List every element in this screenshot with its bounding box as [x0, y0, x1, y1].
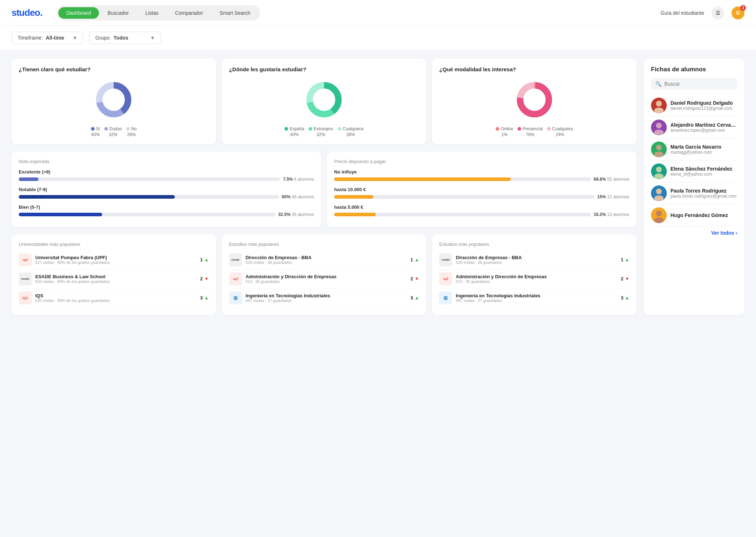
chart3-donut	[439, 78, 629, 121]
hamburger-icon: ☰	[716, 10, 720, 16]
fichas-search-input[interactable]	[664, 81, 733, 87]
menu-button[interactable]: ☰	[711, 6, 724, 19]
student-email-4: paula.torres.rodriguez@gmail.com	[670, 194, 737, 199]
estudio2-name-0: Dirección de Empresas - BBA	[456, 255, 617, 260]
estudio2-info-0: Dirección de Empresas - BBA 528 visitas …	[456, 255, 617, 265]
estudio2-sub-2: 497 visitas · 27 guardados	[456, 298, 617, 303]
grupo-label: Grupo:	[95, 35, 111, 41]
estudio2-logo-1: upf	[439, 272, 452, 285]
timeframe-value: All-time	[46, 35, 64, 41]
student-name-0: Daniel Rodríguez Delgado	[670, 100, 737, 106]
charts-row: ¿Tienen claro qué estudiar? Sí 40%	[12, 59, 637, 144]
chart2-legend: España 40% Extranjero 32% Cualquiera 28%	[229, 126, 419, 137]
precio-bar-info-1: 15% 12 alumnos	[597, 194, 629, 199]
uni-info-1: ESADE Business & Law School 633 visitas …	[35, 274, 197, 284]
avatar-button[interactable]: G 3	[732, 6, 744, 19]
grupo-filter[interactable]: Grupo: Todos ▼	[89, 32, 161, 44]
fichas-search-box[interactable]: 🔍	[651, 78, 737, 90]
estudio1-item-0[interactable]: esade Dirección de Empresas - BBA 528 vi…	[229, 251, 419, 270]
nav-comparador[interactable]: Comparador	[167, 7, 211, 19]
nota-bar-fill-0	[19, 177, 38, 181]
logo: studeo.	[12, 7, 42, 18]
legend-presencial: Presencial 76%	[518, 126, 543, 137]
student-item-1[interactable]: Alejandro Martínez Cervan... amartinez.l…	[651, 117, 737, 139]
student-item-0[interactable]: Daniel Rodríguez Delgado daniel.rodrigue…	[651, 95, 737, 117]
estudio2-item-1[interactable]: upf Administración y Dirección de Empres…	[439, 270, 629, 289]
precio-bar-row-0: 68.8% 55 alumnos	[334, 177, 629, 182]
pct-no: 28%	[127, 132, 136, 137]
uni-item-0[interactable]: upf Universitat Pompeu Fabra (UPF) 637 v…	[19, 251, 209, 270]
chart2-title: ¿Dónde les gustaría estudiar?	[229, 66, 419, 73]
chart3-svg	[513, 78, 556, 121]
precio-bar-info-0: 68.8% 55 alumnos	[594, 177, 629, 182]
rank-up-2: ▲	[204, 295, 209, 301]
estudio2-rank-2: 3 ▲	[621, 295, 629, 301]
chart1-donut	[19, 78, 209, 121]
uni-sub-2: 620 visitas · 90% de los grados guardado…	[35, 298, 197, 303]
uni-item-1[interactable]: esade ESADE Business & Law School 633 vi…	[19, 270, 209, 289]
precio-bar-track-2	[334, 213, 591, 216]
nav-listas[interactable]: Listas	[137, 7, 167, 19]
nav-smart-search[interactable]: Smart Search	[212, 7, 259, 19]
timeframe-label: Timeframe:	[18, 35, 43, 41]
legend-espana: España 40%	[284, 126, 304, 137]
bottom-row: Universidades más populares upf Universi…	[12, 234, 637, 315]
left-column: ¿Tienen claro qué estudiar? Sí 40%	[12, 59, 637, 315]
estudio1-logo-2: ⊞	[229, 292, 242, 304]
estudio1-rank-up-0: ▲	[414, 257, 419, 262]
svg-point-26	[654, 217, 664, 223]
legend-extranjero: Extranjero 32%	[309, 126, 333, 137]
label-si: Sí	[96, 126, 100, 131]
estudio1-item-2[interactable]: ⊞ Ingeniería en Tecnologías Industriales…	[229, 289, 419, 308]
student-item-5[interactable]: Hugo Fernández Gómez	[651, 204, 737, 226]
student-item-2[interactable]: Marta García Navarro martagg@yahoo.com	[651, 139, 737, 161]
uni-rank-2: 3 ▲	[200, 295, 209, 301]
student-avatar-2	[651, 141, 667, 157]
student-item-3[interactable]: Elena Sánchez Fernández elena_sf@yahoo.c…	[651, 161, 737, 182]
student-email-3: elena_sf@yahoo.com	[670, 172, 737, 177]
estudio2-rank-up-2: ▲	[625, 295, 629, 301]
universidades-card: Universidades más populares upf Universi…	[12, 234, 216, 315]
student-info-2: Marta García Navarro martagg@yahoo.com	[670, 144, 737, 155]
uni-rank-0: 1 ▲	[200, 257, 209, 262]
timeframe-filter[interactable]: Timeframe: All-time ▼	[12, 32, 83, 44]
estudios2-card: Estudios más populares esade Dirección d…	[432, 234, 637, 315]
chart2-svg	[302, 78, 346, 121]
nota-bar-label-2: Bien (5-7)	[19, 204, 314, 210]
precio-bar-label-2: hasta 5.000 €	[334, 204, 629, 210]
nota-bars: Excelente (>9) 7.5% 6 alumnos Notable (7…	[19, 169, 314, 217]
estudio2-sub-0: 528 visitas · 38 guardados	[456, 260, 617, 265]
legend-si: Sí 40%	[91, 126, 100, 137]
svg-point-17	[654, 152, 664, 157]
estudio2-rank-1: 2 ▼	[621, 276, 629, 281]
estudio1-item-1[interactable]: upf Administración y Dirección de Empres…	[229, 270, 419, 289]
precio-bar-row-1: 15% 12 alumnos	[334, 194, 629, 199]
chart2-donut	[229, 78, 419, 121]
student-email-2: martagg@yahoo.com	[670, 150, 737, 155]
nav-buscador[interactable]: Buscador	[100, 7, 137, 19]
student-info-1: Alejandro Martínez Cervan... amartinez.l…	[670, 122, 737, 133]
student-name-1: Alejandro Martínez Cervan...	[670, 122, 737, 128]
estudio2-item-0[interactable]: esade Dirección de Empresas - BBA 528 vi…	[439, 251, 629, 270]
student-avatar-0	[651, 98, 667, 113]
dot-si	[91, 127, 95, 131]
dot-espana	[284, 127, 288, 131]
svg-point-10	[656, 101, 662, 107]
student-name-3: Elena Sánchez Fernández	[670, 166, 737, 172]
uni-info-2: IQS 620 visitas · 90% de los grados guar…	[35, 293, 197, 303]
estudio2-item-2[interactable]: ⊞ Ingeniería en Tecnologías Industriales…	[439, 289, 629, 308]
guide-link[interactable]: Guía del estudiante	[661, 10, 704, 16]
ver-todos-button[interactable]: Ver todos ›	[651, 230, 737, 236]
estudio2-rank-0: 1 ▲	[621, 257, 629, 262]
estudio2-logo-0: esade	[439, 253, 452, 266]
estudios2-section-title: Estudios más populares	[439, 242, 629, 247]
nota-bar-row-2: 32.5% 26 alumnos	[19, 212, 314, 217]
legend-no: No 28%	[126, 126, 137, 137]
student-name-5: Hugo Fernández Gómez	[670, 212, 737, 218]
uni-item-2[interactable]: IQS IQS 620 visitas · 90% de los grados …	[19, 289, 209, 308]
student-item-4[interactable]: Paula Torres Rodríguez paula.torres.rodr…	[651, 182, 737, 204]
label-no: No	[131, 126, 137, 131]
nav-dashboard[interactable]: Dashboard	[58, 7, 99, 19]
svg-point-13	[656, 123, 662, 128]
estudio1-name-1: Administración y Dirección de Empresas	[246, 274, 407, 279]
